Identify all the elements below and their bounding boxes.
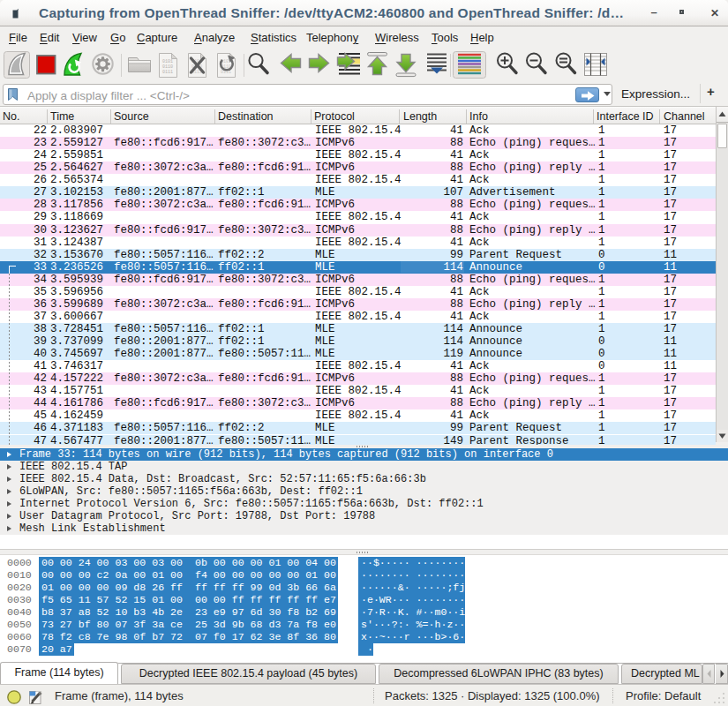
svg-text:0111: 0111: [162, 70, 173, 75]
